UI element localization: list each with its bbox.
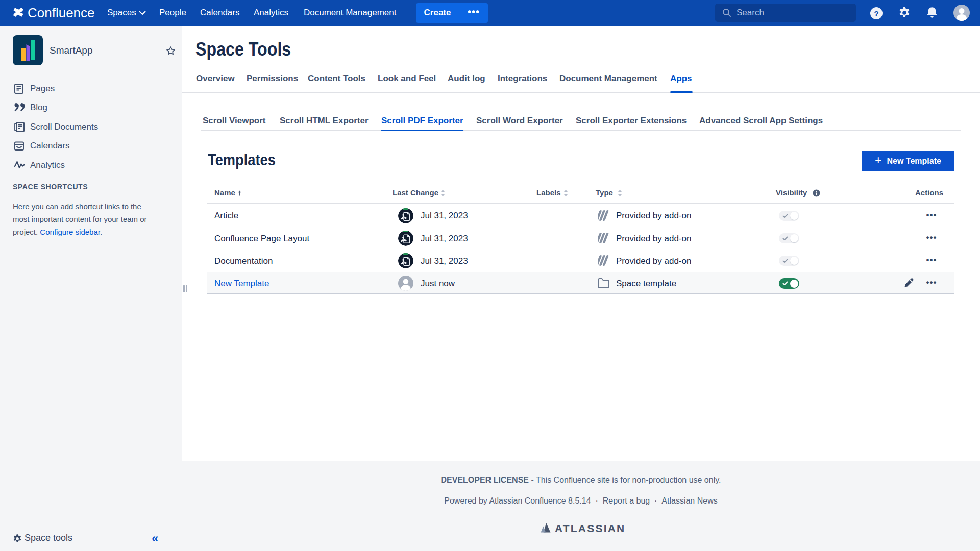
svg-text:?: ? (874, 9, 878, 18)
svg-text:ATLASSIAN: ATLASSIAN (555, 522, 625, 534)
